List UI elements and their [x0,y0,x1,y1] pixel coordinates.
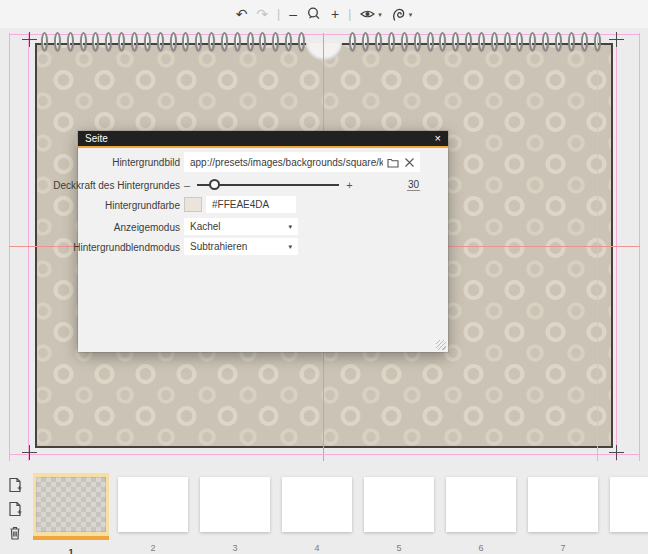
spiral-ring [478,32,485,51]
zoom-in-button[interactable]: + [331,7,339,21]
spiral-ring [221,32,228,51]
page-thumbnail[interactable]: 7 [525,473,601,554]
delete-page-button[interactable] [7,525,23,541]
zoom-tool-button[interactable] [306,6,322,22]
page-thumbnail-preview[interactable] [200,477,270,532]
page-thumbnail-box[interactable] [443,473,519,536]
top-toolbar: ↶ ↷ | – + | ▾ ▾ [0,0,648,28]
guide-vertical-left [28,33,29,461]
dialog-resize-handle[interactable] [436,340,446,350]
page-number: 6 [443,543,519,553]
insert-page-before-button[interactable] [7,477,23,493]
spiral-ring [131,32,138,51]
dialog-titlebar[interactable]: Seite × [78,131,448,148]
page-thumbnail-preview[interactable] [118,477,188,532]
close-icon[interactable]: × [435,133,441,144]
spiral-ring [581,32,588,51]
page-thumbnail[interactable] [607,473,648,554]
guide-vertical-outer-right [639,33,640,461]
page-thumbnail-box[interactable] [361,473,437,536]
redo-button[interactable]: ↷ [256,7,268,21]
visibility-menu-button[interactable]: ▾ [360,8,382,20]
spiral-ring [157,32,164,51]
page-number: 1 [33,547,109,554]
undo-button[interactable]: ↶ [236,7,248,21]
toolbar-separator: | [348,7,351,21]
zoom-out-icon: – [289,7,297,21]
eye-icon [360,8,375,20]
crop-mark-top-right [609,32,624,47]
page-thumbnail-preview[interactable] [446,477,516,532]
page-thumbnail-preview[interactable] [528,477,598,532]
background-image-field [184,152,420,172]
display-mode-row: Anzeigemodus Kachel ▾ [78,218,448,235]
display-mode-select[interactable]: Kachel ▾ [184,218,298,235]
page-thumbnail[interactable]: 1 [33,473,109,554]
guide-vertical-right [616,33,617,461]
spiral-ring [427,32,434,51]
page-thumbnail-box[interactable] [115,473,191,536]
transform-menu-button[interactable]: ▾ [391,7,413,22]
display-mode-label: Anzeigemodus [114,221,180,232]
spiral-ring [208,32,215,51]
chevron-down-icon: ▾ [288,223,292,231]
folder-browse-icon[interactable] [387,157,399,168]
opacity-increase-button[interactable]: + [346,179,352,191]
blend-mode-select[interactable]: Subtrahieren ▾ [184,238,298,255]
zoom-out-button[interactable]: – [289,7,297,21]
page-thumbnail-box[interactable] [33,473,109,540]
spiral-ring [388,32,395,51]
opacity-slider[interactable] [197,184,339,186]
page-thumbnail-preview[interactable] [36,477,106,532]
background-color-row: Hintergrundfarbe [78,196,448,213]
opacity-label: Deckkraft des Hintergrundes [53,180,180,191]
opacity-value[interactable]: 30 [407,179,420,191]
page-thumbnail-box[interactable] [197,473,273,536]
page-thumbnail-box[interactable] [525,473,601,536]
clear-image-icon[interactable] [404,157,415,168]
page-thumbnail-preview[interactable] [610,477,648,532]
zoom-in-icon: + [331,7,339,21]
spiral-ring [465,32,472,51]
crop-mark-bottom-left [22,445,37,460]
spiral-ring [41,32,48,51]
page-number: 3 [197,543,273,553]
spiral-ring [80,32,87,51]
page-thumbnail-box[interactable] [607,473,648,536]
page-number: 7 [525,543,601,553]
page-thumbnail[interactable]: 2 [115,473,191,554]
opacity-row: Deckkraft des Hintergrundes – + 30 [78,176,448,194]
blend-mode-value: Subtrahieren [190,241,288,252]
spiral-ring [401,32,408,51]
pages-bar: 1234567 [0,470,648,554]
page-thumbnail-preview[interactable] [364,477,434,532]
display-mode-value: Kachel [190,221,288,232]
background-image-row: Hintergrundbild [78,152,448,172]
page-thumbnail[interactable]: 6 [443,473,519,554]
page-thumbnail-box[interactable] [279,473,355,536]
background-image-label: Hintergrundbild [112,157,180,168]
dialog-body: Hintergrundbild Deckkraft des Hintergrun… [78,148,448,352]
redo-icon: ↷ [256,7,268,21]
background-color-label: Hintergrundfarbe [105,199,180,210]
page-number: 4 [279,543,355,553]
page-thumbnail-preview[interactable] [282,477,352,532]
opacity-decrease-button[interactable]: – [184,179,190,191]
background-color-input[interactable] [206,196,296,213]
opacity-slider-handle[interactable] [209,179,220,190]
background-image-input[interactable] [184,157,387,168]
page-settings-dialog: Seite × Hintergrundbild Deckkraft des Hi… [78,131,448,352]
page-thumbnails: 1234567 [33,473,648,554]
spiral-ring [594,32,601,51]
page-thumbnail[interactable]: 3 [197,473,273,554]
background-color-swatch[interactable] [184,197,202,212]
chevron-down-icon: ▾ [378,11,382,18]
spiral-ring [54,32,61,51]
guide-vertical-right-inner [597,33,598,461]
chevron-down-icon: ▾ [288,243,292,251]
spiral-ring [234,32,241,51]
spiral-ring [170,32,177,51]
page-thumbnail[interactable]: 4 [279,473,355,554]
insert-page-after-button[interactable] [7,501,23,517]
page-thumbnail[interactable]: 5 [361,473,437,554]
